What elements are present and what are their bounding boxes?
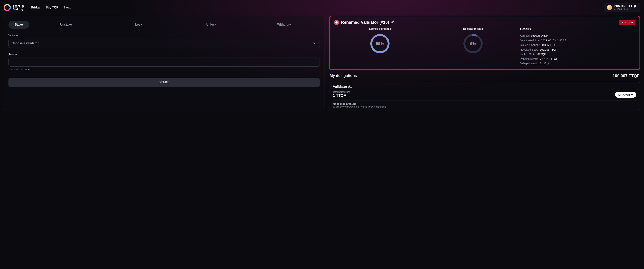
stake-panel: Stake Unstake Lock Unlock Withdraw Valid… — [4, 16, 324, 110]
details-heading: Details — [520, 27, 635, 31]
account-pill[interactable]: 205.96... TTQF 0x169d...4dc0 — [604, 3, 640, 12]
tab-unlock[interactable]: Unlock — [176, 21, 247, 28]
account-address: 0x169d...4dc0 — [614, 8, 637, 11]
tab-stake[interactable]: Stake — [8, 21, 29, 28]
validator-title: Renamed Validator (#10) — [341, 20, 389, 25]
delegations-header: My delegations 100,007 TTQF — [329, 73, 640, 78]
gauge-ratio-value: 6% — [463, 33, 484, 54]
tab-unstake[interactable]: Unstake — [30, 21, 102, 28]
info-icon[interactable]: i — [547, 62, 550, 65]
gauge-ratio-label: Delegation ratio — [427, 27, 519, 30]
brand-line2: Staking — [12, 8, 24, 10]
validator-select-placeholder: Choose a validator! — [12, 42, 40, 45]
delegation-total-value: 1 TTQF — [333, 93, 350, 98]
detail-staked: 100,006 TTQF — [539, 44, 556, 46]
brand-logo[interactable]: Torus Staking — [4, 4, 24, 11]
account-balance: 205.96... TTQF — [614, 4, 637, 8]
detail-pending: 77.212... TTQF — [540, 57, 558, 60]
detail-received: 100,006 TTQF — [540, 48, 557, 51]
nav-swap[interactable]: Swap — [64, 6, 71, 9]
validator-panel: Renamed Validator (#10) INACTIVE Locked … — [329, 16, 640, 70]
gauge-locked-label: Locked self stake — [334, 27, 426, 30]
logo-icon — [4, 4, 11, 11]
status-badge: INACTIVE — [618, 20, 635, 25]
nav-bridge[interactable]: Bridge — [31, 6, 40, 9]
chevron-down-icon — [313, 41, 317, 44]
detail-address: 0x169d...4dc0 — [531, 34, 548, 37]
action-tabs: Stake Unstake Lock Unlock Withdraw — [8, 21, 320, 28]
delegation-card: Validator #1 Total Delegations 1 TTQF MA… — [329, 82, 640, 110]
no-lock-sub: Currently you can't lock more on this va… — [333, 105, 636, 108]
amount-min-hint: Minimum: >0 TTQF — [8, 68, 320, 71]
stake-submit-button[interactable]: STAKE — [8, 78, 320, 87]
validator-details: Details Address: 0x169d...4dc0 Deactivat… — [520, 27, 635, 66]
nav-buy-tqf[interactable]: Buy TQF — [46, 6, 58, 9]
manage-button[interactable]: MANAGE — [615, 92, 636, 98]
app-header: Torus Staking Bridge Buy TQF Swap 205.96… — [4, 0, 640, 16]
delegations-total: 100,007 TTQF — [612, 73, 640, 78]
amount-field-label: Amount: — [8, 53, 320, 56]
amount-input[interactable] — [8, 58, 320, 66]
gauge-locked-value: 99% — [370, 33, 390, 54]
tab-withdraw[interactable]: Withdraw — [248, 21, 320, 28]
validator-select[interactable]: Choose a validator! — [8, 39, 320, 48]
detail-ratio: 1 : 16 — [540, 62, 546, 65]
avatar-icon — [607, 5, 612, 10]
top-nav: Bridge Buy TQF Swap — [31, 6, 71, 9]
delegation-validator-name: Validator #1 — [333, 85, 636, 89]
detail-deactivated: 2024. 06. 03. 2:45:35 — [541, 39, 566, 42]
tab-lock[interactable]: Lock — [103, 21, 174, 28]
delegation-total-label: Total Delegations — [333, 91, 350, 93]
delegations-title: My delegations — [330, 74, 357, 78]
gauge-delegation-ratio: Delegation ratio 6% — [427, 27, 519, 54]
chevron-down-icon — [631, 93, 633, 95]
edit-icon[interactable] — [391, 20, 394, 24]
validator-field-label: Validator: — [8, 34, 320, 37]
gauge-locked-self-stake: Locked self stake 99% — [334, 27, 426, 54]
no-lock-title: No locked amount — [333, 102, 636, 105]
detail-locked: 0TTQF — [537, 53, 546, 56]
validator-avatar-icon — [334, 20, 339, 25]
